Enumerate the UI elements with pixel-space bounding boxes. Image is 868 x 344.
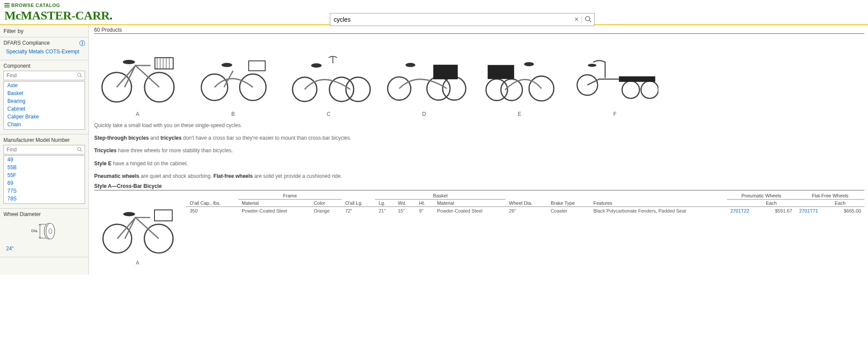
facet-title: Manufacturer Model Number <box>3 137 70 143</box>
cell-wd: 15" <box>395 206 416 215</box>
svg-rect-38 <box>488 65 514 79</box>
style-card-a[interactable]: A <box>94 37 181 117</box>
bicycle-image <box>190 37 276 107</box>
cell-material: Powder-Coated Steel <box>238 206 310 215</box>
svg-point-39 <box>524 62 534 66</box>
style-label: D <box>381 111 467 117</box>
component-list[interactable]: Axle Basket Bearing Cabinet Caliper Brak… <box>3 81 85 130</box>
svg-line-1 <box>589 20 591 22</box>
search-input[interactable] <box>330 14 572 25</box>
list-item[interactable]: Chain <box>4 121 85 128</box>
style-card-d[interactable]: D <box>381 37 467 117</box>
facet-wheel-diameter: Wheel Diameter Dia. 24" <box>0 209 89 257</box>
list-item[interactable]: Basket <box>4 89 85 97</box>
th-each: Each <box>831 199 865 206</box>
mfr-list[interactable]: 49 55B 55F 69 77S 78S 106 301M <box>3 155 85 204</box>
th-color: Color <box>310 199 342 206</box>
style-label: F <box>572 111 658 117</box>
svg-point-34 <box>405 63 415 67</box>
tricycle-image <box>476 37 563 107</box>
svg-rect-16 <box>155 58 173 69</box>
svg-point-37 <box>501 79 523 101</box>
svg-point-7 <box>46 223 55 239</box>
list-item[interactable]: 78S <box>4 195 85 203</box>
mfr-find-input[interactable] <box>4 145 74 154</box>
th-wheel-dia: Wheel Dia. <box>506 192 547 207</box>
browse-catalog-label: BROWSE CATALOG <box>11 3 60 8</box>
style-label: A <box>136 260 139 266</box>
facet-title: Wheel Diameter <box>3 211 41 217</box>
component-find-input[interactable] <box>4 71 74 80</box>
svg-line-3 <box>80 76 82 77</box>
search-icon[interactable] <box>74 72 85 79</box>
cell-price: $591.67 <box>763 206 796 215</box>
cell-color: Orange <box>310 206 342 215</box>
style-a-image: A <box>94 192 181 266</box>
style-label: E <box>476 111 563 117</box>
facet-component: Component Axle Basket Bearing Cabinet Ca… <box>0 60 89 134</box>
cell-features: Black Polycarbonate Fenders, Padded Seat <box>590 206 727 215</box>
description-wheels: Pneumatic wheels are quiet and shock abs… <box>94 172 865 180</box>
th-wd: Wd. <box>395 199 416 206</box>
clear-icon[interactable]: × <box>572 16 582 23</box>
svg-point-2 <box>78 73 81 76</box>
svg-point-42 <box>641 81 658 98</box>
list-item[interactable]: 55B <box>4 164 85 171</box>
list-item[interactable]: Chainguard <box>4 128 85 130</box>
svg-rect-43 <box>619 76 655 82</box>
facet-item[interactable]: 24" <box>3 245 85 252</box>
svg-point-44 <box>588 64 596 67</box>
list-item[interactable]: Axle <box>4 82 85 89</box>
filter-by-header: Filter by <box>0 25 89 37</box>
style-card-b[interactable]: B <box>190 37 276 117</box>
bicycle-image <box>94 37 181 107</box>
th-each: Each <box>763 199 796 206</box>
th-cap: O'all Cap., lbs. <box>186 192 238 207</box>
product-count: 60 Products <box>94 26 865 34</box>
info-icon[interactable]: i <box>79 40 85 46</box>
style-card-f[interactable]: F <box>572 37 658 117</box>
header: BROWSE CATALOG McMASTER-CARR. × <box>0 0 868 23</box>
th-material: Material <box>238 199 310 206</box>
style-card-e[interactable]: E <box>476 37 563 117</box>
svg-point-4 <box>78 147 81 151</box>
svg-point-47 <box>123 212 135 216</box>
svg-point-29 <box>311 63 322 68</box>
svg-text:Dia.: Dia. <box>31 229 38 233</box>
th-brake-type: Brake Type <box>547 192 590 207</box>
browse-catalog-link[interactable]: BROWSE CATALOG <box>4 3 864 8</box>
svg-point-46 <box>145 224 173 253</box>
facet-dfars: DFARS Compliance i Specialty Metals COTS… <box>0 37 89 60</box>
cell-brake-type: Coaster <box>547 206 590 215</box>
product-table: O'all Cap., lbs. Frame O'all Lg. Basket … <box>186 192 865 215</box>
facet-mfr: Manufacturer Model Number 49 55B 55F 69 … <box>0 134 89 209</box>
cell-lg: 21" <box>375 206 394 215</box>
list-item[interactable]: Bearing <box>4 97 85 105</box>
svg-point-15 <box>123 60 135 64</box>
cell-basket-material: Powder-Coated Steel <box>434 206 506 215</box>
part-number-link[interactable]: 2701T22 <box>730 208 749 213</box>
list-item[interactable]: Caliper Brake <box>4 113 85 121</box>
search-icon[interactable] <box>582 16 594 24</box>
cell-ht: 9" <box>416 206 434 215</box>
svg-point-0 <box>585 16 590 21</box>
list-item[interactable]: 55F <box>4 171 85 179</box>
list-item[interactable]: 106 <box>4 203 85 204</box>
list-item[interactable]: 77S <box>4 187 85 195</box>
list-item[interactable]: 49 <box>4 156 85 164</box>
th-lg: Lg. <box>375 199 394 206</box>
search-icon[interactable] <box>74 147 85 153</box>
cell-cap: 350 <box>186 206 238 215</box>
list-item[interactable]: 69 <box>4 179 85 187</box>
style-card-c[interactable]: C <box>285 37 372 117</box>
style-label: A <box>94 111 181 117</box>
facet-item[interactable]: Specialty Metals COTS-Exempt <box>3 48 85 56</box>
cell-olg: 72" <box>342 206 375 215</box>
svg-point-41 <box>622 81 639 98</box>
svg-rect-25 <box>249 61 265 71</box>
list-item[interactable]: Cabinet <box>4 105 85 113</box>
hamburger-icon <box>4 3 10 7</box>
part-number-link[interactable]: 2701T71 <box>799 208 818 213</box>
th-ht: Ht. <box>416 199 434 206</box>
style-label: B <box>190 111 276 117</box>
